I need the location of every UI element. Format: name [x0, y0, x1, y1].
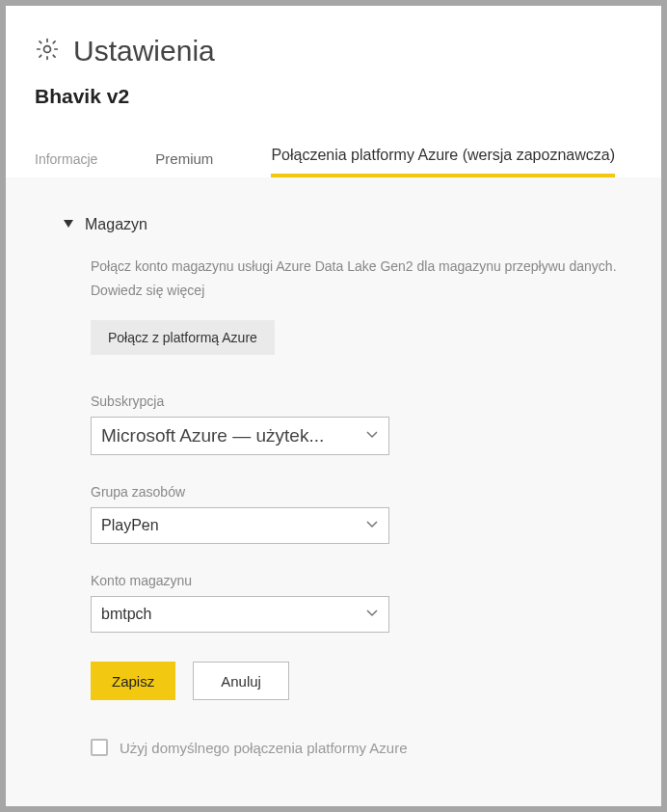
storage-account-select[interactable]: bmtpch [91, 596, 389, 633]
storage-account-value: bmtpch [101, 606, 151, 623]
content: Magazyn Połącz konto magazynu usługi Azu… [6, 177, 661, 806]
subscription-value: Microsoft Azure — użytek... [101, 425, 324, 447]
tab-azure-connections[interactable]: Połączenia platformy Azure (wersja zapoz… [271, 147, 615, 177]
description-text: Połącz konto magazynu usługi Azure Data … [91, 258, 617, 274]
chevron-down-icon [365, 517, 379, 534]
resource-group-select[interactable]: PlayPen [91, 507, 389, 544]
svg-marker-1 [64, 220, 73, 228]
storage-account-label: Konto magazynu [91, 573, 632, 588]
cancel-button[interactable]: Anuluj [193, 662, 289, 700]
subscription-label: Subskrypcja [91, 393, 632, 409]
svg-point-0 [44, 46, 51, 53]
tab-info[interactable]: Informacje [35, 151, 97, 176]
subscription-select[interactable]: Microsoft Azure — użytek... [91, 417, 389, 455]
settings-panel: Ustawienia Bhavik v2 Informacje Premium … [6, 6, 661, 806]
header: Ustawienia Bhavik v2 [6, 6, 661, 118]
tab-premium[interactable]: Premium [155, 150, 213, 176]
chevron-down-icon [365, 427, 379, 445]
page-title: Ustawienia [73, 35, 215, 68]
resource-group-label: Grupa zasobów [91, 484, 632, 500]
connect-azure-button[interactable]: Połącz z platformą Azure [91, 320, 275, 355]
save-button[interactable]: Zapisz [91, 662, 175, 700]
section-description: Połącz konto magazynu usługi Azure Data … [91, 255, 632, 303]
gear-icon [35, 37, 60, 66]
use-default-connection-checkbox[interactable] [91, 739, 108, 756]
section-title: Magazyn [85, 216, 147, 233]
resource-group-value: PlayPen [101, 517, 159, 534]
use-default-connection-label: Użyj domyślnego połączenia platformy Azu… [120, 740, 407, 756]
section-header-storage[interactable]: Magazyn [64, 216, 632, 233]
tabs: Informacje Premium Połączenia platformy … [6, 118, 661, 177]
chevron-down-icon [365, 606, 379, 623]
learn-more-link[interactable]: Dowiedz się więcej [91, 283, 204, 298]
caret-down-icon [64, 216, 73, 233]
page-subtitle: Bhavik v2 [35, 85, 632, 108]
